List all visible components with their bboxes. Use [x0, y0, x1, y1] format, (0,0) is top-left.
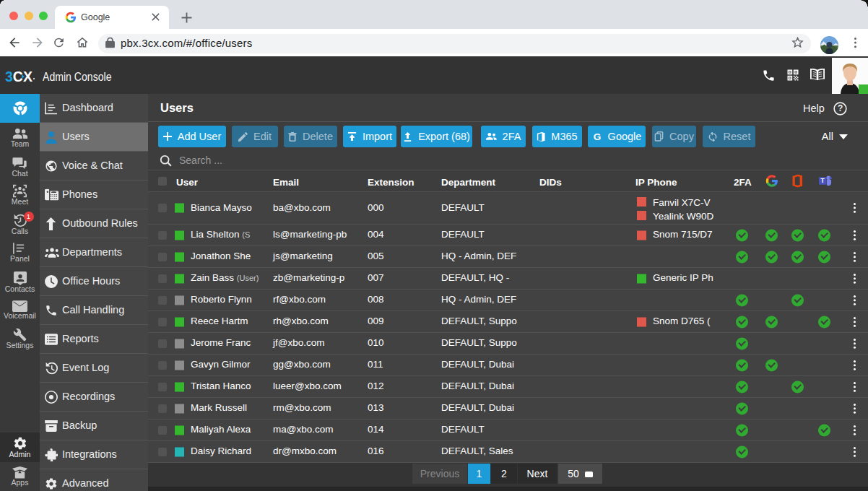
svg-text:T: T [821, 177, 825, 184]
svg-text:?: ? [838, 103, 843, 113]
svg-text:G: G [593, 131, 601, 142]
